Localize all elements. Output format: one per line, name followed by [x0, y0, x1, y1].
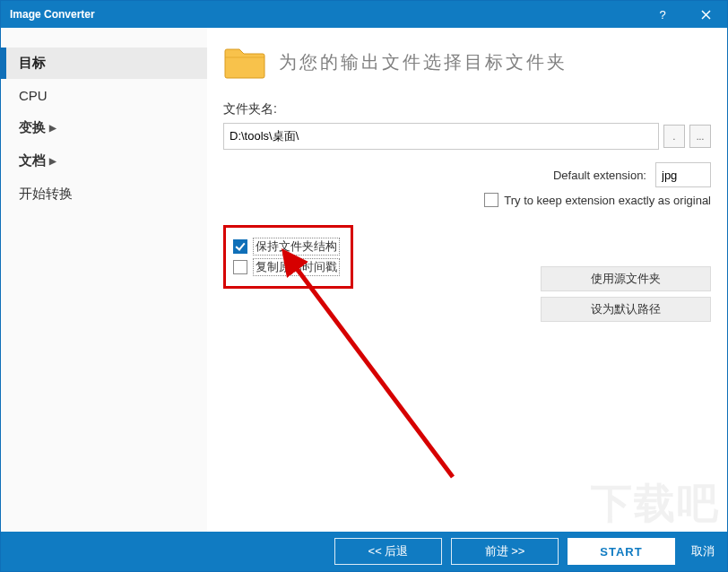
close-icon — [701, 10, 711, 20]
set-default-button[interactable]: 设为默认路径 — [541, 297, 711, 322]
help-button[interactable]: ? — [641, 1, 684, 28]
sidebar-item-label: 目标 — [19, 55, 46, 72]
sidebar-item-label: 文档 — [19, 152, 46, 169]
bottombar: << 后退 前进 >> START 取消 — [1, 532, 727, 571]
sidebar-item-target[interactable]: 目标 — [1, 48, 207, 79]
keep-structure-label: 保持文件夹结构 — [253, 238, 340, 256]
app-window: Image Converter ? 目标 CPU 变换 ▶ 文档 ▶ 开始转换 — [0, 0, 728, 572]
copy-timestamp-checkbox[interactable] — [233, 260, 247, 274]
clear-button[interactable]: . — [663, 125, 685, 148]
keep-ext-label: Try to keep extension exactly as origina… — [504, 194, 711, 207]
sidebar-item-label: CPU — [19, 88, 48, 103]
keep-ext-checkbox[interactable] — [484, 193, 498, 207]
start-button[interactable]: START — [568, 538, 675, 565]
sidebar-item-cpu[interactable]: CPU — [1, 81, 207, 110]
sidebar-item-transform[interactable]: 变换 ▶ — [1, 112, 207, 143]
copy-timestamp-label: 复制原始时间戳 — [253, 258, 340, 276]
sidebar: 目标 CPU 变换 ▶ 文档 ▶ 开始转换 — [1, 28, 207, 532]
titlebar: Image Converter ? — [1, 1, 727, 28]
sidebar-item-label: 开始转换 — [19, 186, 73, 203]
browse-button[interactable]: ... — [689, 125, 711, 148]
window-title: Image Converter — [1, 8, 641, 21]
forward-button[interactable]: 前进 >> — [451, 538, 559, 565]
sidebar-item-label: 变换 — [19, 119, 46, 136]
folder-path-input[interactable] — [223, 123, 659, 150]
sidebar-item-start[interactable]: 开始转换 — [1, 178, 207, 210]
folder-name-label: 文件夹名: — [223, 101, 711, 117]
default-ext-input[interactable] — [655, 162, 711, 187]
main-panel: 为您的输出文件选择目标文件夹 文件夹名: . ... Default exten… — [207, 28, 727, 532]
close-button[interactable] — [684, 1, 727, 28]
cancel-link[interactable]: 取消 — [691, 543, 715, 559]
use-source-button[interactable]: 使用源文件夹 — [541, 266, 711, 291]
folder-icon — [223, 44, 266, 80]
page-title: 为您的输出文件选择目标文件夹 — [279, 50, 568, 74]
chevron-right-icon: ▶ — [49, 123, 56, 133]
chevron-right-icon: ▶ — [49, 156, 56, 166]
highlighted-options-box: 保持文件夹结构 复制原始时间戳 — [223, 225, 353, 289]
default-ext-label: Default extension: — [553, 169, 646, 182]
keep-structure-checkbox[interactable] — [233, 239, 247, 254]
back-button[interactable]: << 后退 — [334, 538, 442, 565]
sidebar-item-doc[interactable]: 文档 ▶ — [1, 145, 207, 177]
